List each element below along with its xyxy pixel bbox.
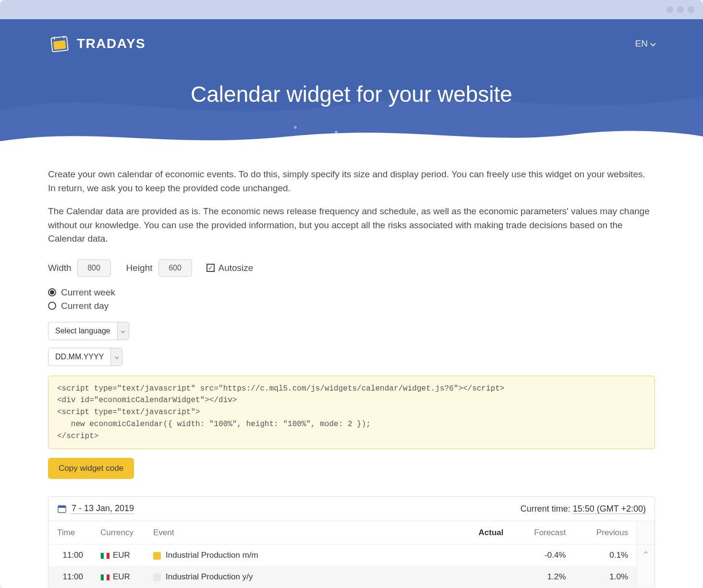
language-switcher[interactable]: EN [635,38,655,49]
height-label: Height [126,263,153,273]
svg-line-6 [64,36,64,39]
copy-widget-code-button[interactable]: Copy widget code [48,458,134,479]
cell-previous: 0.1% [575,545,637,566]
flag-italy-icon [100,574,110,581]
calendar-logo-icon [48,33,70,55]
radio-icon [48,302,56,310]
radio-icon [48,288,56,296]
intro-paragraph-1: Create your own calendar of economic eve… [48,168,655,195]
table-row[interactable]: 11:00 EUR Industrial Production y/y 1.2%… [48,566,655,588]
chevron-down-icon [115,355,119,358]
hero-banner: TRADAYS EN Calendar widget for your webs… [0,19,703,150]
cell-event: Industrial Production y/y [145,566,460,588]
current-time-label: Current time: [521,504,570,514]
width-label: Width [48,263,72,273]
col-time: Time [48,521,92,545]
cell-forecast: 1.2% [512,566,575,588]
size-controls: Width Height Autosize [48,259,655,277]
col-previous: Previous [575,521,637,545]
brand-logo[interactable]: TRADAYS [48,33,145,55]
cell-previous: 1.0% [575,566,637,588]
importance-medium-icon [153,552,161,560]
cell-time: 11:00 [48,545,92,566]
autosize-checkbox[interactable] [206,264,215,272]
page-title: Calendar widget for your website [48,81,655,107]
date-format-select[interactable]: DD.MM.YYYY [48,348,122,366]
intro-paragraph-2: The Calendar data are provided as is. Th… [48,205,655,246]
current-time[interactable]: Current time: 15:50 (GMT +2:00) [521,504,646,514]
cell-currency: EUR [92,566,145,588]
window-titlebar [0,0,703,19]
chevron-up-icon [644,551,648,555]
svg-rect-8 [58,506,66,508]
calendar-preview: 7 - 13 Jan, 2019 Current time: 15:50 (GM… [48,496,655,588]
calendar-icon [57,504,67,514]
cell-event: Industrial Production m/m [145,545,460,566]
radio-week-label: Current week [61,287,115,298]
autosize-label: Autosize [218,263,254,273]
scrollbar[interactable] [637,545,655,588]
height-input[interactable] [158,259,192,277]
svg-rect-4 [53,40,66,50]
language-select-value: Select language [48,323,117,339]
embed-code-box[interactable]: <script type="text/javascript" src="http… [48,376,655,450]
radio-current-day[interactable]: Current day [48,301,655,311]
col-event: Event [145,521,460,545]
window-control-dot[interactable] [677,6,684,13]
table-header-row: Time Currency Event Actual Forecast Prev… [48,521,655,545]
current-time-value: 15:50 (GMT +2:00) [573,504,646,514]
col-currency: Currency [92,521,145,545]
brand-name: TRADAYS [77,36,145,51]
col-actual: Actual [460,521,512,545]
language-select[interactable]: Select language [48,322,129,340]
chevron-down-icon [650,41,655,46]
period-radio-group: Current week Current day [48,287,655,311]
date-format-select-value: DD.MM.YYYY [48,349,110,365]
flag-italy-icon [100,552,110,559]
cell-time: 11:00 [48,566,92,588]
width-input[interactable] [77,259,111,277]
radio-day-label: Current day [61,301,109,311]
table-row[interactable]: 11:00 EUR Industrial Production m/m -0.4… [48,545,655,566]
language-current: EN [635,38,648,49]
importance-low-icon [153,574,161,581]
cell-actual [460,545,512,566]
col-forecast: Forecast [512,521,575,545]
date-range-text: 7 - 13 Jan, 2019 [72,503,134,514]
cell-forecast: -0.4% [512,545,575,566]
cell-currency: EUR [92,545,145,566]
scroll-gutter [637,521,655,545]
svg-line-5 [54,37,55,40]
cell-actual [460,566,512,588]
radio-current-week[interactable]: Current week [48,287,655,298]
chevron-down-icon [121,329,125,332]
window-control-dot[interactable] [688,6,694,13]
date-range-picker[interactable]: 7 - 13 Jan, 2019 [57,503,134,514]
window-control-dot[interactable] [667,6,673,13]
